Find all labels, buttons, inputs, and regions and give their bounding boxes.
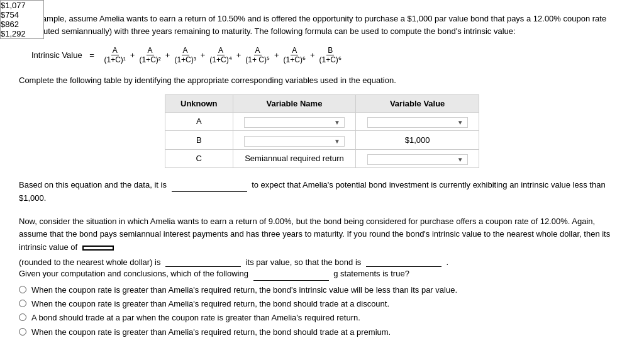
- dropdown-arrow-icon: ▼: [457, 156, 464, 163]
- option-1077[interactable]: $1,077: [1, 1, 43, 10]
- table-wrapper: Unknown Variable Name Variable Value A ▼: [19, 94, 625, 169]
- row-a-unknown: A: [165, 112, 233, 131]
- given-prefix: Given your computation and conclusions, …: [19, 269, 248, 278]
- row-c-variable-name: Semiannual required return: [233, 149, 356, 168]
- based-on-blank: [172, 178, 247, 192]
- row-c-variable-value: ▼: [356, 149, 479, 168]
- intro-paragraph: For example, assume Amelia wants to earn…: [19, 13, 625, 37]
- plus-5: +: [274, 50, 279, 60]
- now-consider-text2: (rounded to the nearest whole dollar) is: [19, 257, 160, 267]
- radio-label-3: A bond should trade at a par when the co…: [31, 312, 360, 324]
- col-header-variable-name: Variable Name: [233, 94, 356, 112]
- table-row: B ▼ $1,000: [165, 131, 479, 150]
- fraction-7: B (1+C)⁶: [318, 46, 342, 64]
- given-suffix: g statements is true?: [333, 269, 409, 278]
- option-754[interactable]: $754: [1, 10, 43, 20]
- radio-option-2: When the coupon rate is greater than Ame…: [19, 298, 625, 310]
- col-header-variable-value: Variable Value: [356, 94, 479, 112]
- row-a-value-dropdown[interactable]: ▼: [367, 117, 468, 128]
- radio-circle-1[interactable]: [19, 286, 26, 293]
- dropdown-arrow-icon: ▼: [457, 119, 464, 126]
- row-a-variable-value: ▼: [356, 112, 479, 131]
- now-consider-blank3: [366, 257, 441, 267]
- table-row: A ▼ ▼: [165, 112, 479, 131]
- row-b-variable-value: $1,000: [356, 131, 479, 150]
- now-consider-blank2: [165, 257, 241, 267]
- radio-option-4: When the coupon rate is greater than Ame…: [19, 327, 625, 338]
- radio-label-2: When the coupon rate is greater than Ame…: [31, 298, 389, 310]
- formula-label: Intrinsic Value: [31, 50, 82, 60]
- fraction-4: A (1+C)⁴: [208, 46, 233, 64]
- fraction-1: A (1+C)¹: [103, 46, 127, 64]
- based-on-prefix: Based on this equation and the data, it …: [19, 180, 167, 189]
- variables-table: Unknown Variable Name Variable Value A ▼: [165, 94, 479, 169]
- col-header-unknown: Unknown: [165, 94, 233, 112]
- radio-option-3: A bond should trade at a par when the co…: [19, 312, 625, 324]
- intrinsic-value-input-box[interactable]: [82, 246, 114, 251]
- dropdown-arrow-icon: ▼: [334, 119, 340, 126]
- formula-equals: =: [87, 50, 97, 60]
- row-b-unknown: B: [165, 131, 233, 150]
- formula-container: Intrinsic Value = A (1+C)¹ + A (1+C)² + …: [31, 46, 625, 64]
- radio-label-1: When the coupon rate is greater than Ame…: [31, 285, 457, 296]
- plus-3: +: [201, 50, 206, 60]
- now-consider-period: .: [447, 257, 449, 267]
- dropdown-arrow-icon: ▼: [334, 138, 340, 145]
- radio-options-container: When the coupon rate is greater than Ame…: [19, 285, 625, 338]
- row-c-unknown: C: [165, 149, 233, 168]
- radio-circle-2[interactable]: [19, 300, 26, 307]
- plus-2: +: [165, 50, 170, 60]
- option-862[interactable]: $862: [1, 20, 43, 29]
- fraction-2: A (1+C)²: [138, 46, 162, 64]
- radio-label-4: When the coupon rate is greater than Ame…: [31, 327, 391, 338]
- option-1292[interactable]: $1,292: [1, 29, 43, 38]
- row-b-variable-name: ▼: [233, 131, 356, 150]
- row-c-value-dropdown[interactable]: ▼: [367, 154, 468, 165]
- row-b-name-dropdown[interactable]: ▼: [244, 136, 345, 147]
- fraction-5: A (1+ C)⁵: [244, 46, 271, 64]
- intrinsic-value-dropdown-popup: [81, 241, 115, 254]
- plus-4: +: [236, 50, 242, 60]
- now-consider-paragraph: Now, consider the situation in which Ame…: [19, 215, 625, 255]
- intrinsic-value-dropdown-list[interactable]: $1,077 $754 $862 $1,292: [0, 0, 44, 39]
- row-a-name-dropdown[interactable]: ▼: [244, 117, 345, 128]
- given-paragraph: Given your computation and conclusions, …: [19, 267, 625, 281]
- plus-6: +: [310, 50, 315, 60]
- radio-circle-3[interactable]: [19, 313, 26, 321]
- fraction-6: A (1+C)⁶: [282, 46, 307, 64]
- radio-circle-4[interactable]: [19, 328, 26, 336]
- table-row: C Semiannual required return ▼: [165, 149, 479, 168]
- plus-1: +: [130, 50, 135, 60]
- given-blank: [253, 267, 329, 281]
- radio-option-1: When the coupon rate is greater than Ame…: [19, 285, 625, 296]
- now-consider-text3: its par value, so that the bond is: [246, 257, 362, 267]
- fraction-3: A (1+C)³: [173, 46, 197, 64]
- complete-instruction: Complete the following table by identify…: [19, 74, 625, 87]
- based-on-paragraph: Based on this equation and the data, it …: [19, 178, 625, 205]
- row-a-variable-name: ▼: [233, 112, 356, 131]
